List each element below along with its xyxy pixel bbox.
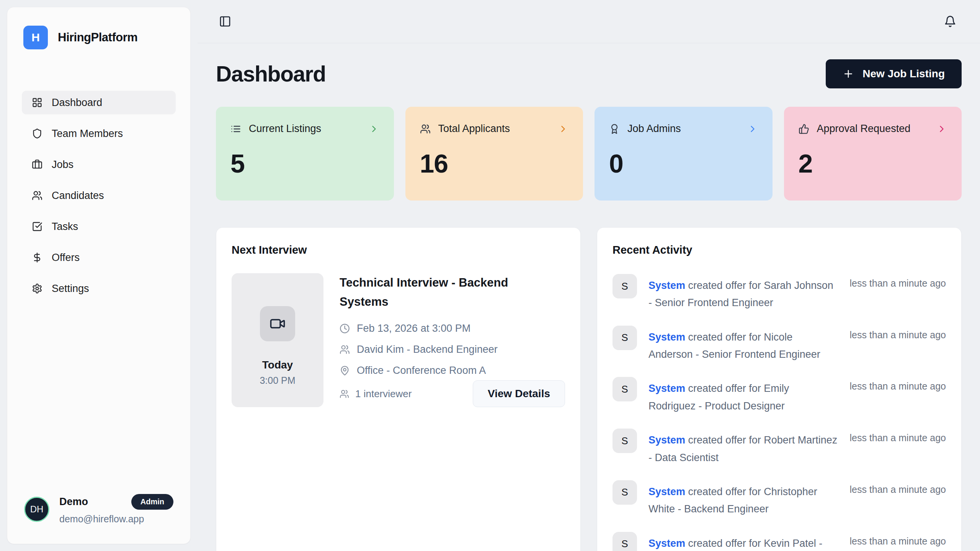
stat-card-current-listings[interactable]: Current Listings 5 [216, 107, 394, 201]
interview-datetime: Feb 13, 2026 at 3:00 PM [357, 323, 470, 334]
sidebar-item-label: Candidates [52, 190, 104, 202]
plus-icon [843, 68, 854, 80]
main-area: Dashboard New Job Listing Current Listin… [198, 0, 980, 551]
sidebar-item-dashboard[interactable]: Dashboard [22, 91, 176, 114]
interview-day: Today [262, 359, 293, 371]
app-logo: H [23, 26, 48, 49]
gear-icon [32, 283, 42, 294]
activity-avatar: S [612, 274, 637, 298]
dashboard-grid-icon [32, 97, 42, 108]
content: Dashboard New Job Listing Current Listin… [198, 59, 980, 551]
stat-label: Approval Requested [817, 123, 911, 135]
users-icon [32, 190, 42, 201]
sidebar-item-offers[interactable]: Offers [22, 246, 176, 269]
users-icon [340, 344, 350, 355]
stat-value: 5 [230, 148, 379, 178]
page-title: Dashboard [216, 61, 326, 86]
activity-timestamp: less than a minute ago [849, 429, 946, 443]
stat-label: Job Admins [627, 123, 681, 135]
brand[interactable]: H HiringPlatform [22, 26, 176, 49]
chevron-right-icon [747, 124, 758, 134]
stat-card-job-admins[interactable]: Job Admins 0 [595, 107, 773, 201]
view-details-button[interactable]: View Details [473, 380, 565, 407]
user-profile: DH Demo Admin demo@hireflow.app [22, 491, 176, 528]
activity-actor-link[interactable]: System [648, 331, 685, 343]
award-icon [609, 124, 620, 134]
activity-list: S System created offer for Sarah Johnson… [612, 274, 946, 551]
activity-avatar: S [612, 480, 637, 505]
activity-timestamp: less than a minute ago [849, 326, 946, 341]
sidebar-item-tasks[interactable]: Tasks [22, 215, 176, 238]
sidebar-item-team-members[interactable]: Team Members [22, 122, 176, 145]
activity-item: S System created offer for Christopher W… [612, 480, 946, 518]
user-name: Demo [59, 496, 88, 508]
chevron-right-icon [558, 124, 568, 134]
activity-avatar: S [612, 429, 637, 453]
interview-date-tile: Today 3:00 PM [232, 273, 323, 407]
new-job-listing-button[interactable]: New Job Listing [826, 59, 962, 88]
sidebar-nav: Dashboard Team Members Jobs Candidates T… [22, 91, 176, 300]
activity-item: S System created offer for Sarah Johnson… [612, 274, 946, 312]
sidebar-item-label: Settings [52, 283, 89, 295]
stat-value: 0 [609, 148, 758, 178]
notifications-button[interactable] [942, 14, 958, 29]
chevron-right-icon [936, 124, 947, 134]
topbar [198, 0, 980, 43]
activity-timestamp: less than a minute ago [849, 480, 946, 495]
sidebar-item-label: Tasks [52, 221, 78, 233]
sidebar-toggle-button[interactable] [217, 14, 233, 29]
sidebar-item-candidates[interactable]: Candidates [22, 184, 176, 207]
activity-avatar: S [612, 326, 637, 350]
sidebar: H HiringPlatform Dashboard Team Members … [7, 7, 191, 544]
chevron-right-icon [369, 124, 379, 134]
interview-title: Technical Interview - Backend Systems [340, 273, 554, 311]
interview-candidate: David Kim - Backend Engineer [357, 344, 498, 355]
activity-actor-link[interactable]: System [648, 486, 685, 497]
recent-activity-heading: Recent Activity [612, 244, 946, 256]
user-email: demo@hireflow.app [59, 514, 173, 525]
activity-avatar: S [612, 532, 637, 551]
panel-left-icon [219, 15, 231, 28]
activity-timestamp: less than a minute ago [849, 377, 946, 392]
stats-row: Current Listings 5 Total Applicants [216, 107, 962, 201]
activity-item: S System created offer for Nicole Anders… [612, 326, 946, 364]
role-badge: Admin [131, 494, 173, 510]
dollar-icon [32, 252, 42, 263]
activity-item: S System created offer for Emily Rodrigu… [612, 377, 946, 415]
sidebar-item-label: Offers [52, 252, 80, 264]
stat-card-approval-requested[interactable]: Approval Requested 2 [784, 107, 962, 201]
stat-label: Total Applicants [438, 123, 510, 135]
bell-icon [944, 15, 956, 28]
briefcase-icon [32, 159, 42, 170]
sidebar-item-label: Jobs [52, 159, 74, 171]
sidebar-item-jobs[interactable]: Jobs [22, 153, 176, 176]
activity-actor-link[interactable]: System [648, 383, 685, 394]
sidebar-item-settings[interactable]: Settings [22, 277, 176, 300]
activity-actor-link[interactable]: System [648, 538, 685, 549]
app-name: HiringPlatform [58, 31, 137, 44]
activity-avatar: S [612, 377, 637, 401]
stat-card-total-applicants[interactable]: Total Applicants 16 [405, 107, 583, 201]
users-icon [340, 389, 349, 399]
activity-actor-link[interactable]: System [648, 434, 685, 446]
activity-actor-link[interactable]: System [648, 280, 685, 291]
stat-value: 16 [420, 148, 569, 178]
user-avatar: DH [24, 497, 49, 522]
thumbs-up-icon [799, 124, 809, 134]
sidebar-item-label: Dashboard [52, 97, 102, 109]
activity-item: S System created offer for Kevin Patel -… [612, 532, 946, 551]
video-camera-icon [260, 306, 295, 341]
activity-item: S System created offer for Robert Martin… [612, 429, 946, 466]
interviewer-count: 1 interviewer [355, 388, 412, 400]
list-icon [230, 124, 241, 134]
activity-timestamp: less than a minute ago [849, 532, 946, 547]
stat-label: Current Listings [249, 123, 321, 135]
users-icon [420, 124, 431, 134]
map-pin-icon [340, 365, 350, 376]
next-interview-heading: Next Interview [232, 244, 565, 256]
interview-time: 3:00 PM [260, 375, 295, 386]
recent-activity-panel: Recent Activity S System created offer f… [597, 227, 962, 551]
interview-location: Office - Conference Room A [357, 365, 486, 377]
activity-timestamp: less than a minute ago [849, 274, 946, 289]
sidebar-item-label: Team Members [52, 128, 123, 140]
